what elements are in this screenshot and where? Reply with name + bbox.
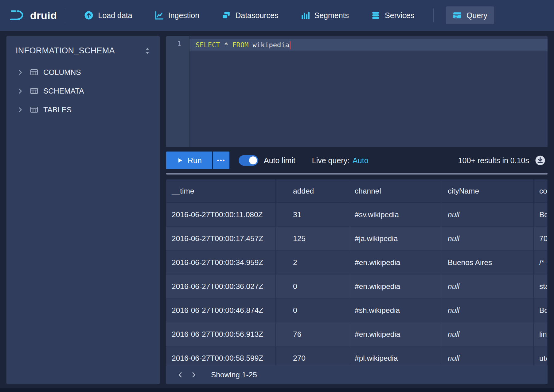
cell-time: 2016-06-27T00:00:46.874Z: [166, 298, 276, 322]
run-bar: Run ••• Auto limit Live query: Auto 100+…: [166, 152, 548, 169]
table-row[interactable]: 2016-06-27T00:00:17.457Z 125 #ja.wikiped…: [166, 227, 548, 251]
cell-added: 31: [276, 203, 349, 226]
cell-comment: Bot: [534, 298, 548, 322]
cell-channel: #ja.wikipedia: [349, 227, 442, 250]
cell-cityname: Buenos Aires: [442, 251, 534, 274]
cell-comment: link: [534, 322, 548, 346]
ellipsis-icon: •••: [217, 157, 225, 164]
double-caret-vertical-icon[interactable]: [144, 47, 151, 55]
download-icon[interactable]: [535, 155, 546, 166]
sql-table-name: wikipedia: [252, 41, 289, 49]
table-icon: [30, 68, 38, 77]
column-header-time[interactable]: __time: [166, 179, 276, 202]
cell-time: 2016-06-27T00:00:11.080Z: [166, 203, 276, 226]
sql-editor[interactable]: 1 SELECT * FROM wikipedia: [166, 36, 548, 147]
column-header-channel[interactable]: channel: [349, 179, 442, 202]
results-summary: 100+ results in 0.10s: [458, 156, 529, 165]
segments-icon: [301, 11, 310, 20]
more-options-button[interactable]: •••: [213, 152, 229, 169]
cell-cityname: null: [442, 227, 534, 250]
sidebar-item-label: COLUMNS: [43, 68, 81, 77]
toggle-knob: [249, 156, 257, 164]
nav-label: Services: [385, 11, 414, 20]
nav-query[interactable]: Query: [446, 6, 494, 24]
navbar-divider: [433, 8, 434, 22]
table-row[interactable]: 2016-06-27T00:00:46.874Z 0 #sh.wikipedia…: [166, 298, 548, 322]
query-icon: [453, 11, 462, 20]
pagination-bar: Showing 1-25: [166, 365, 548, 384]
prev-page-button[interactable]: [174, 368, 187, 382]
nav-ingestion[interactable]: Ingestion: [148, 6, 206, 24]
nav-label: Segments: [314, 11, 349, 20]
table-icon: [30, 87, 38, 95]
cell-time: 2016-06-27T00:00:56.913Z: [166, 322, 276, 346]
sidebar-item-label: TABLES: [43, 106, 72, 114]
table-row[interactable]: 2016-06-27T00:00:56.913Z 76 #en.wikipedi…: [166, 322, 548, 346]
cell-channel: #en.wikipedia: [349, 322, 442, 346]
nav-services[interactable]: Services: [364, 6, 421, 24]
schema-sidebar: INFORMATION_SCHEMA COLUMNS SCHEMATA: [6, 36, 160, 384]
nav-label: Datasources: [235, 11, 278, 20]
cell-cityname: null: [442, 203, 534, 226]
chevron-right-icon: [17, 88, 24, 94]
brand-name: druid: [30, 10, 57, 21]
table-row[interactable]: 2016-06-27T00:00:36.027Z 0 #en.wikipedia…: [166, 275, 548, 298]
line-number: 1: [177, 40, 181, 48]
results-scroll-divider[interactable]: [166, 173, 548, 175]
cell-channel: #sv.wikipedia: [349, 203, 442, 226]
table-row[interactable]: 2016-06-27T00:00:34.959Z 2 #en.wikipedia…: [166, 251, 548, 275]
window-bottom-edge: [0, 388, 554, 392]
sql-star: *: [224, 41, 228, 49]
cell-comment: Bot: [534, 203, 548, 226]
cell-cityname: null: [442, 322, 534, 346]
cell-added: 0: [276, 275, 349, 298]
cell-channel: #en.wikipedia: [349, 275, 442, 298]
cell-added: 2: [276, 251, 349, 274]
nav-segments[interactable]: Segments: [294, 6, 356, 24]
chevron-right-icon: [17, 69, 24, 76]
table-header-row: __time added channel cityName com: [166, 179, 548, 203]
column-header-added[interactable]: added: [276, 179, 349, 202]
play-icon: [177, 157, 183, 164]
druid-logo-icon: [9, 9, 25, 22]
cell-added: 125: [276, 227, 349, 250]
services-icon: [371, 11, 380, 20]
column-header-comment[interactable]: com: [534, 179, 548, 202]
run-button[interactable]: Run: [166, 152, 212, 169]
nav-datasources[interactable]: Datasources: [215, 6, 285, 24]
live-query-label: Live query:: [312, 156, 349, 165]
cell-comment: 70.: [534, 227, 548, 250]
column-header-cityname[interactable]: cityName: [442, 179, 534, 202]
cell-time: 2016-06-27T00:00:34.959Z: [166, 251, 276, 274]
query-main: 1 SELECT * FROM wikipedia Run •••: [166, 36, 548, 384]
showing-range-label: Showing 1-25: [211, 371, 257, 379]
results-table: __time added channel cityName com 2016-0…: [166, 179, 548, 384]
cell-added: 0: [276, 298, 349, 322]
table-icon: [30, 106, 38, 114]
schema-header: INFORMATION_SCHEMA: [6, 36, 160, 63]
navbar-divider: [65, 8, 65, 22]
run-label: Run: [188, 156, 202, 165]
upload-icon: [84, 11, 93, 20]
cell-cityname: null: [442, 298, 534, 322]
sidebar-item-schemata[interactable]: SCHEMATA: [6, 82, 160, 100]
sidebar-item-columns[interactable]: COLUMNS: [6, 63, 160, 82]
sql-code[interactable]: SELECT * FROM wikipedia: [189, 36, 548, 147]
sidebar-item-tables[interactable]: TABLES: [6, 100, 160, 119]
next-page-button[interactable]: [187, 368, 201, 382]
brand-home-link[interactable]: druid: [9, 9, 57, 22]
auto-limit-toggle[interactable]: [239, 155, 258, 166]
chevron-right-icon: [17, 106, 24, 113]
content-area: INFORMATION_SCHEMA COLUMNS SCHEMATA: [6, 36, 548, 384]
live-query-auto-link[interactable]: Auto: [353, 156, 368, 165]
chevron-right-icon: [190, 371, 198, 379]
nav-label: Load data: [98, 11, 132, 20]
table-row[interactable]: 2016-06-27T00:00:11.080Z 31 #sv.wikipedi…: [166, 203, 548, 227]
sql-keyword: SELECT: [196, 41, 220, 49]
nav-load-data[interactable]: Load data: [77, 6, 139, 24]
cell-cityname: null: [442, 275, 534, 298]
chevron-left-icon: [176, 371, 184, 379]
cell-channel: #en.wikipedia: [349, 251, 442, 274]
nav-label: Ingestion: [168, 11, 199, 20]
cell-comment: /* S: [534, 251, 548, 274]
